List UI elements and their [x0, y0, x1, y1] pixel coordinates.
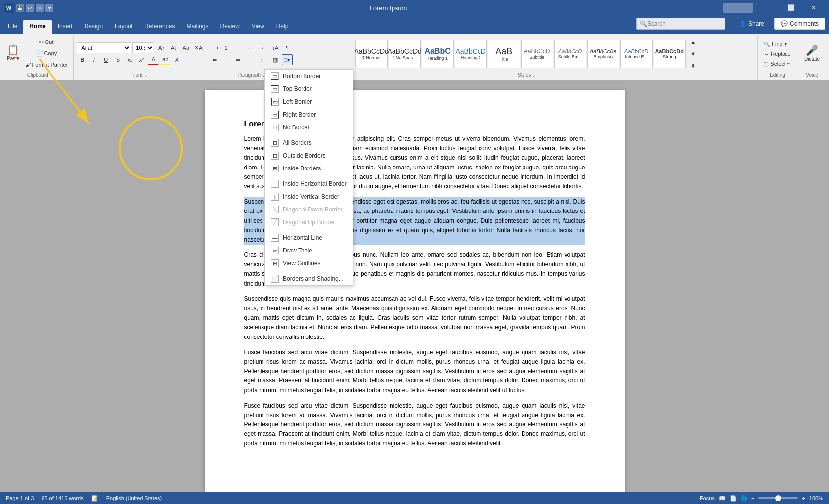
strikethrough-button[interactable]: S — [112, 54, 123, 65]
styles-scroll-up[interactable]: ▲ — [688, 37, 698, 47]
copy-button[interactable]: 📄 Copy — [23, 48, 71, 59]
bullets-button[interactable]: ≡• — [211, 42, 221, 53]
tab-view[interactable]: View — [246, 20, 270, 34]
text-effects-button[interactable]: A — [172, 54, 182, 65]
replace-button[interactable]: ↔ Replace — [762, 50, 792, 58]
proofing-icon[interactable]: 📝 — [91, 495, 98, 502]
font-size-select[interactable]: 10.5 — [132, 42, 154, 53]
styles-dialog-launcher[interactable]: ⌄ — [532, 72, 536, 78]
print-layout-icon[interactable]: 📄 — [730, 495, 737, 502]
justify-button[interactable]: ≡≡ — [246, 54, 257, 65]
redo-icon[interactable]: ↪ — [36, 4, 44, 12]
save-icon[interactable]: 💾 — [16, 4, 24, 12]
align-right-button[interactable]: ➡≡ — [234, 54, 245, 65]
subscript-button[interactable]: x₂ — [124, 54, 135, 65]
minimize-button[interactable]: — — [757, 0, 780, 16]
undo-icon[interactable]: ↩ — [26, 4, 34, 12]
tab-layout[interactable]: Layout — [109, 20, 138, 34]
zoom-out-button[interactable]: − — [751, 495, 754, 501]
language[interactable]: English (United States) — [106, 495, 162, 501]
inside-vertical-border-item[interactable]: ‖ Inside Vertical Border — [265, 190, 353, 203]
tab-file[interactable]: File — [2, 20, 23, 34]
tab-references[interactable]: References — [138, 20, 180, 34]
increase-indent-button[interactable]: →≡ — [258, 42, 269, 53]
style-subtitle[interactable]: AaBbCcD Subtitle — [521, 40, 553, 68]
all-borders-item[interactable]: ⊞ All Borders — [265, 136, 353, 149]
find-dropdown-icon[interactable]: ▾ — [785, 42, 787, 47]
bottom-border-item[interactable]: ▭ Bottom Border — [265, 70, 353, 83]
styles-more[interactable]: ⬇ — [688, 60, 698, 71]
paragraph-4[interactable]: Fusce faucibus sed arcu vitae dictum. Su… — [244, 348, 585, 395]
dictate-button[interactable]: 🎤 Dictate — [802, 41, 822, 67]
zoom-level[interactable]: 100% — [809, 495, 823, 501]
font-name-select[interactable]: Arial — [77, 42, 131, 53]
customize-qat-icon[interactable]: ▾ — [45, 4, 53, 12]
style-intense-emphasis[interactable]: AaBbCcD Intense E... — [620, 40, 653, 68]
maximize-button[interactable]: ⬜ — [780, 0, 802, 16]
line-spacing-button[interactable]: ↕≡ — [258, 54, 269, 65]
find-button[interactable]: 🔍 Find ▾ — [762, 40, 788, 48]
paste-button[interactable]: 📋 Paste — [5, 41, 22, 66]
highlight-button[interactable]: ab — [160, 54, 171, 65]
change-case-button[interactable]: Aa — [180, 42, 191, 53]
view-gridlines-item[interactable]: ⊞ View Gridlines — [265, 257, 353, 270]
tab-mailings[interactable]: Mailings — [180, 20, 214, 34]
user-avatar[interactable] — [723, 3, 753, 13]
style-title[interactable]: AaB Title — [488, 40, 520, 68]
superscript-button[interactable]: x² — [136, 54, 147, 65]
paragraph-5[interactable]: Fusce faucibus sed arcu vitae dictum. Su… — [244, 401, 585, 449]
tab-design[interactable]: Design — [79, 20, 109, 34]
borders-and-shading-item[interactable]: 📄 Borders and Shading... — [265, 272, 353, 285]
close-button[interactable]: ✕ — [802, 0, 825, 16]
share-button[interactable]: 👤 Share — [733, 18, 770, 29]
read-mode-icon[interactable]: 📖 — [719, 495, 726, 502]
cut-button[interactable]: ✂ Cut — [23, 37, 71, 47]
style-no-spacing[interactable]: AaBbCcDd ¶ No Spac... — [389, 40, 421, 68]
increase-font-button[interactable]: A↑ — [156, 42, 167, 53]
inside-horizontal-border-item[interactable]: ≡ Inside Horizontal Border — [265, 177, 353, 190]
numbering-button[interactable]: 1≡ — [222, 42, 233, 53]
shading-button[interactable]: ▥ — [270, 54, 281, 65]
word-count[interactable]: 95 of 1415 words — [42, 495, 83, 501]
focus-button[interactable]: Focus — [700, 495, 715, 501]
paragraph-3[interactable]: Suspendisse quis magna quis mauris maxim… — [244, 294, 585, 342]
select-button[interactable]: ⬚ Select ~ — [762, 60, 792, 68]
format-painter-button[interactable]: 🖌 Format Painter — [23, 59, 71, 70]
borders-button[interactable]: □▾ — [282, 54, 293, 65]
no-border-item[interactable]: □ No Border — [265, 121, 353, 134]
underline-button[interactable]: U — [100, 54, 111, 65]
bold-button[interactable]: B — [77, 54, 87, 65]
outside-borders-item[interactable]: ⊡ Outside Borders — [265, 149, 353, 162]
comments-button[interactable]: 💬 Comments — [774, 18, 825, 30]
tab-review[interactable]: Review — [214, 20, 245, 34]
align-left-button[interactable]: ⬅≡ — [211, 54, 221, 65]
inside-borders-item[interactable]: ⊞ Inside Borders — [265, 162, 353, 175]
horizontal-line-item[interactable]: — Horizontal Line — [265, 231, 353, 244]
draw-table-item[interactable]: ✏ Draw Table — [265, 244, 353, 257]
decrease-indent-button[interactable]: ←≡ — [246, 42, 257, 53]
search-bar[interactable]: 🔍 — [636, 18, 725, 30]
italic-button[interactable]: I — [88, 54, 99, 65]
sort-button[interactable]: ↕A — [270, 42, 281, 53]
style-emphasis[interactable]: AaBbCcDe Emphasis — [587, 40, 619, 68]
tab-insert[interactable]: Insert — [52, 20, 79, 34]
multilevel-list-button[interactable]: ≡≡ — [234, 42, 245, 53]
page-info[interactable]: Page 1 of 3 — [6, 495, 34, 501]
style-heading2[interactable]: AaBbCcD Heading 2 — [455, 40, 487, 68]
style-subtle-emphasis[interactable]: AaBbCcD Subtle Em... — [554, 40, 586, 68]
style-strong[interactable]: AaBbCcDd Strong — [654, 40, 686, 68]
align-center-button[interactable]: ≡ — [222, 54, 233, 65]
tab-help[interactable]: Help — [270, 20, 295, 34]
zoom-in-button[interactable]: + — [802, 495, 805, 501]
styles-scroll-down[interactable]: ▼ — [688, 48, 698, 59]
web-layout-icon[interactable]: 🌐 — [741, 495, 747, 502]
left-border-item[interactable]: ▭ Left Border — [265, 95, 353, 108]
right-border-item[interactable]: ▭ Right Border — [265, 108, 353, 121]
top-border-item[interactable]: ▭ Top Border — [265, 83, 353, 95]
font-color-button[interactable]: A — [148, 54, 159, 65]
search-input[interactable] — [647, 20, 706, 27]
tab-home[interactable]: Home — [23, 20, 51, 34]
zoom-slider[interactable] — [758, 497, 798, 499]
style-normal[interactable]: AaBbCcDd ¶ Normal — [355, 40, 388, 68]
clear-formatting-button[interactable]: ✕A — [193, 42, 204, 53]
